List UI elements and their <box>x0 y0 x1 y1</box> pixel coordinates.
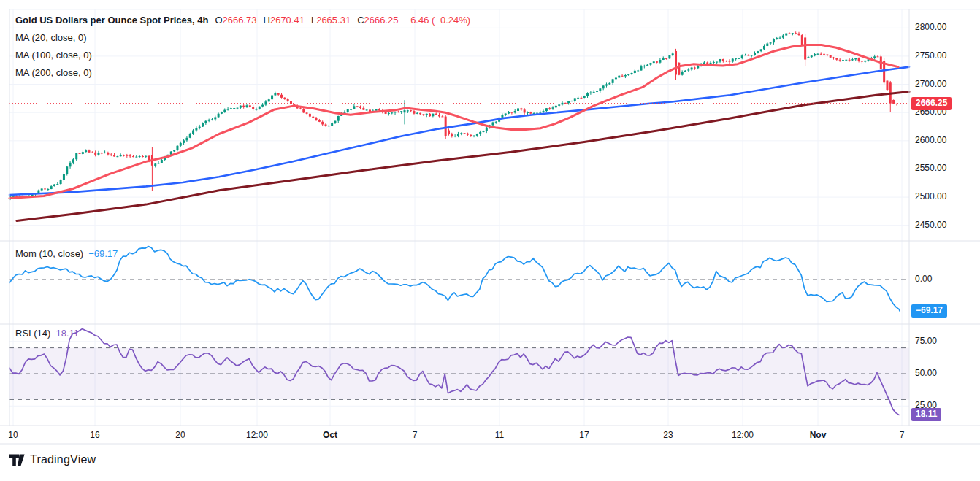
price-change: −6.46 (−0.24%) <box>405 15 471 26</box>
symbol-legend-row[interactable]: Gold US Dollars per Ounce Spot Prices, 4… <box>15 11 470 28</box>
momentum-pane[interactable] <box>9 241 909 324</box>
momentum-legend-value: −69.17 <box>88 248 118 259</box>
momentum-legend-label: Mom (10, close) <box>15 248 83 259</box>
tradingview-logo[interactable]: TradingView <box>9 453 96 466</box>
rsi-value-badge: 18.11 <box>911 408 941 421</box>
price-axis[interactable] <box>909 9 980 426</box>
legend-ma200[interactable]: MA (200, close, 0) <box>15 64 470 81</box>
chart-legend: Gold US Dollars per Ounce Spot Prices, 4… <box>15 11 470 81</box>
ohlc-open: O2666.73 <box>215 15 256 26</box>
rsi-legend[interactable]: RSI (14) 18.11 <box>15 328 79 339</box>
rsi-legend-value: 18.11 <box>55 328 79 339</box>
ohlc-close: C2666.25 <box>357 15 398 26</box>
chart-title[interactable]: Gold US Dollars per Ounce Spot Prices, 4… <box>15 15 208 26</box>
ohlc-high: H2670.41 <box>264 15 305 26</box>
tradingview-logo-text: TradingView <box>30 453 96 466</box>
rsi-pane[interactable] <box>9 324 909 426</box>
legend-ma100[interactable]: MA (100, close, 0) <box>15 46 470 64</box>
momentum-legend[interactable]: Mom (10, close) −69.17 <box>15 248 118 259</box>
momentum-value-badge: −69.17 <box>911 304 947 318</box>
tradingview-chart-window: 2800.002750.002700.002650.002600.002550.… <box>0 0 980 481</box>
time-axis[interactable] <box>9 426 909 444</box>
last-price-badge: 2666.25 <box>911 97 952 110</box>
legend-ma20[interactable]: MA (20, close, 0) <box>15 28 470 46</box>
rsi-legend-label: RSI (14) <box>15 328 50 339</box>
ohlc-low: L2665.31 <box>311 15 351 26</box>
tradingview-logo-icon <box>9 454 25 466</box>
